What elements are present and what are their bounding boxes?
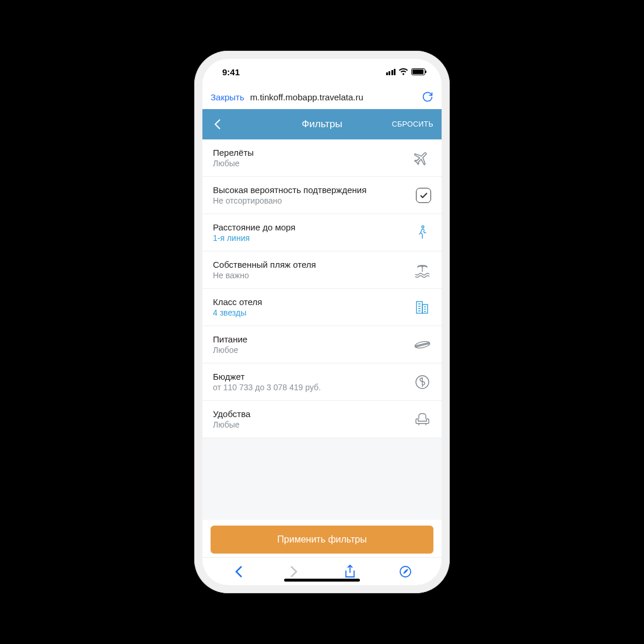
svg-rect-1 — [416, 302, 422, 313]
filter-title: Бюджет — [213, 372, 407, 382]
filter-row-hotel-class[interactable]: Класс отеля 4 звезды — [202, 289, 442, 326]
filter-value: от 110 733 до 3 078 419 руб. — [213, 383, 407, 392]
airplane-icon — [414, 149, 431, 167]
filter-title: Удобства — [213, 409, 407, 419]
filter-value: Любые — [213, 159, 407, 168]
building-icon — [414, 299, 431, 316]
walk-icon — [414, 224, 431, 242]
filter-title: Собственный пляж отеля — [213, 260, 407, 270]
beach-icon — [414, 261, 431, 279]
apply-filters-button[interactable]: Применить фильтры — [211, 526, 433, 554]
filter-title: Класс отеля — [213, 297, 407, 307]
battery-icon — [411, 68, 425, 75]
filter-value: Любое — [213, 345, 407, 355]
filter-value: Не отсортировано — [213, 196, 409, 205]
status-bar: 9:41 — [202, 59, 442, 85]
food-icon — [414, 336, 431, 354]
screen: 9:41 Закрыть m.tinkoff.mobapp.travelata.… — [202, 59, 442, 585]
coin-icon — [414, 373, 431, 391]
svg-point-0 — [422, 226, 424, 228]
cellular-icon — [386, 69, 396, 75]
filter-title: Расстояние до моря — [213, 222, 407, 232]
status-time: 9:41 — [222, 67, 240, 77]
filter-row-sea-distance[interactable]: Расстояние до моря 1-я линия — [202, 214, 442, 251]
filter-row-amenities[interactable]: Удобства Любые — [202, 401, 442, 438]
filter-row-budget[interactable]: Бюджет от 110 733 до 3 078 419 руб. — [202, 363, 442, 401]
home-indicator — [284, 579, 360, 582]
filter-value: 1-я линия — [213, 233, 407, 243]
filter-title: Перелёты — [213, 148, 407, 158]
checkbox-icon[interactable] — [416, 188, 431, 203]
filter-row-private-beach[interactable]: Собственный пляж отеля Не важно — [202, 251, 442, 289]
nav-back-button[interactable] — [231, 564, 246, 579]
share-button[interactable] — [342, 564, 358, 579]
filter-value: Не важно — [213, 271, 407, 280]
url-text[interactable]: m.tinkoff.mobapp.travelata.ru — [250, 92, 416, 102]
nav-forward-button[interactable] — [286, 564, 302, 579]
apply-wrapper: Применить фильтры — [202, 520, 442, 557]
filter-title: Высокая вероятность подтверждения — [213, 185, 409, 195]
svg-point-3 — [414, 340, 430, 349]
browser-address-bar: Закрыть m.tinkoff.mobapp.travelata.ru — [202, 85, 442, 109]
filter-row-flights[interactable]: Перелёты Любые — [202, 139, 442, 177]
phone-frame: 9:41 Закрыть m.tinkoff.mobapp.travelata.… — [194, 51, 450, 593]
filter-row-confirmation[interactable]: Высокая вероятность подтверждения Не отс… — [202, 177, 442, 214]
armchair-icon — [414, 411, 431, 428]
reload-button[interactable] — [422, 91, 433, 103]
page-title: Фильтры — [202, 118, 442, 130]
filter-row-meals[interactable]: Питание Любое — [202, 326, 442, 363]
close-button[interactable]: Закрыть — [211, 92, 244, 102]
safari-button[interactable] — [398, 564, 413, 579]
filter-value: 4 звезды — [213, 308, 407, 317]
filter-value: Любые — [213, 420, 407, 429]
wifi-icon — [398, 68, 408, 75]
filters-list: Перелёты Любые Высокая вероятность подтв… — [202, 139, 442, 520]
filter-title: Питание — [213, 334, 407, 344]
status-indicators — [386, 68, 426, 75]
filters-header: Фильтры СБРОСИТЬ — [202, 109, 442, 139]
